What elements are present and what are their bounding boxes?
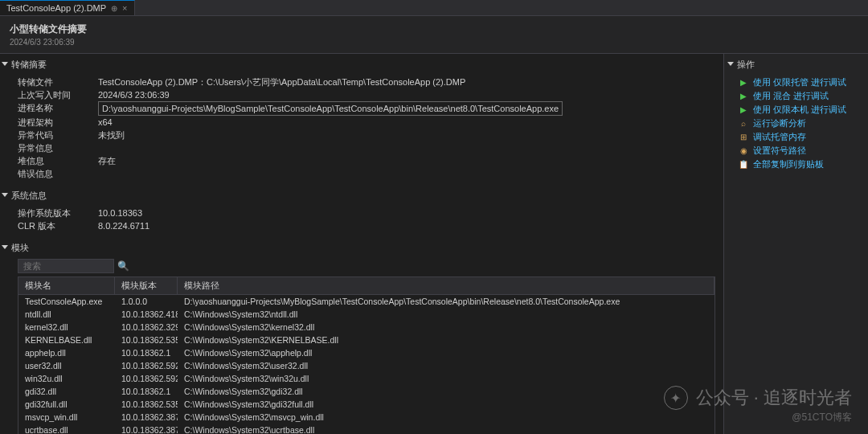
label-os-version: 操作系统版本	[18, 207, 98, 219]
dump-summary-section: 转储摘要 转储文件TestConsoleApp (2).DMP：C:\Users…	[2, 57, 722, 183]
module-row[interactable]: apphelp.dll10.0.18362.1C:\Windows\System…	[18, 346, 714, 359]
module-version: 10.0.18362.535	[115, 334, 178, 346]
module-version: 10.0.18362.1	[115, 385, 178, 398]
module-row[interactable]: win32u.dll10.0.18362.592C:\Windows\Syste…	[18, 372, 714, 385]
col-module-path[interactable]: 模块路径	[178, 277, 714, 294]
modules-table-header: 模块名 模块版本 模块路径	[18, 277, 714, 295]
module-row[interactable]: gdi32full.dll10.0.18362.535C:\Windows\Sy…	[18, 398, 714, 411]
module-path: C:\Windows\System32\KERNELBASE.dll	[178, 334, 714, 346]
action-icon: ▶	[739, 105, 748, 114]
chevron-down-icon	[2, 193, 8, 197]
module-row[interactable]: kernel32.dll10.0.18362.329C:\Windows\Sys…	[18, 321, 714, 334]
module-search-input[interactable]	[18, 259, 114, 273]
action-icon: ▶	[739, 78, 748, 87]
modules-table: 模块名 模块版本 模块路径 TestConsoleApp.exe1.0.0.0D…	[18, 276, 715, 434]
module-version: 1.0.0.0	[115, 295, 178, 308]
action-icon: ◉	[739, 146, 748, 155]
module-row[interactable]: ntdll.dll10.0.18362.418C:\Windows\System…	[18, 308, 714, 321]
module-row[interactable]: user32.dll10.0.18362.592C:\Windows\Syste…	[18, 359, 714, 372]
module-name: msvcp_win.dll	[18, 411, 115, 424]
action-icon: 📋	[739, 160, 748, 169]
module-path: C:\Windows\System32\kernel32.dll	[178, 321, 714, 334]
module-name: ntdll.dll	[18, 308, 115, 321]
module-version: 10.0.18362.329	[115, 321, 178, 334]
module-row[interactable]: KERNELBASE.dll10.0.18362.535C:\Windows\S…	[18, 334, 714, 346]
action-link[interactable]: 📋全部复制到剪贴板	[739, 158, 865, 171]
action-label: 调试托管内存	[753, 131, 806, 143]
actions-header[interactable]: 操作	[727, 57, 865, 72]
action-label: 使用 混合 进行调试	[753, 90, 829, 102]
module-name: ucrtbase.dll	[18, 424, 115, 434]
search-icon[interactable]: 🔍	[117, 260, 129, 272]
module-path: C:\Windows\System32\apphelp.dll	[178, 346, 714, 359]
value-heap: 存在	[98, 154, 116, 167]
chevron-down-icon	[2, 62, 8, 66]
system-info-section: 系统信息 操作系统版本10.0.18363 CLR 版本8.0.224.6711	[2, 188, 722, 235]
page-title: 小型转储文件摘要	[10, 23, 858, 36]
value-dump-file: TestConsoleApp (2).DMP：C:\Users\小艺同学\App…	[98, 76, 465, 88]
action-link[interactable]: ▶使用 仅限托管 进行调试	[739, 76, 865, 89]
module-row[interactable]: ucrtbase.dll10.0.18362.387C:\Windows\Sys…	[18, 424, 714, 434]
label-dump-file: 转储文件	[18, 76, 98, 88]
close-icon[interactable]: ×	[122, 3, 127, 13]
chevron-down-icon	[2, 245, 8, 249]
module-path: C:\Windows\System32\user32.dll	[178, 359, 714, 372]
value-exception-code: 未找到	[98, 129, 125, 141]
summary-header: 小型转储文件摘要 2024/6/3 23:06:39	[0, 16, 868, 54]
module-version: 10.0.18362.592	[115, 359, 178, 372]
label-error: 错误信息	[18, 167, 98, 180]
action-link[interactable]: ⊞调试托管内存	[739, 130, 865, 144]
label-clr-version: CLR 版本	[18, 219, 98, 232]
module-name: user32.dll	[18, 359, 115, 372]
value-os-version: 10.0.18363	[98, 207, 142, 219]
module-path: D:\yaoshuanggui-Projects\MyBlogSample\Te…	[178, 295, 714, 308]
dump-summary-header[interactable]: 转储摘要	[2, 57, 722, 72]
module-path: C:\Windows\System32\gdi32.dll	[178, 385, 714, 398]
action-link[interactable]: ▶使用 仅限本机 进行调试	[739, 103, 865, 117]
action-label: 设置符号路径	[753, 145, 806, 157]
value-clr-version: 8.0.224.6711	[98, 219, 149, 232]
module-version: 10.0.18362.418	[115, 308, 178, 321]
module-name: gdi32.dll	[18, 385, 115, 398]
module-version: 10.0.18362.1	[115, 346, 178, 359]
label-heap: 堆信息	[18, 154, 98, 167]
col-module-name[interactable]: 模块名	[18, 277, 115, 294]
tab-title: TestConsoleApp (2).DMP	[6, 3, 106, 13]
action-link[interactable]: ⌕运行诊断分析	[739, 117, 865, 130]
module-name: win32u.dll	[18, 372, 115, 385]
module-name: gdi32full.dll	[18, 398, 115, 411]
module-path: C:\Windows\System32\ucrtbase.dll	[178, 424, 714, 434]
module-path: C:\Windows\System32\win32u.dll	[178, 372, 714, 385]
label-exception-info: 异常信息	[18, 141, 98, 154]
module-name: TestConsoleApp.exe	[18, 295, 115, 308]
value-process-name: D:\yaoshuanggui-Projects\MyBlogSample\Te…	[98, 101, 563, 116]
module-row[interactable]: gdi32.dll10.0.18362.1C:\Windows\System32…	[18, 385, 714, 398]
module-row[interactable]: msvcp_win.dll10.0.18362.387C:\Windows\Sy…	[18, 411, 714, 424]
modules-section: 模块 🔍 模块名 模块版本 模块路径 TestConsoleApp.exe1.0…	[2, 240, 722, 434]
main-content: 转储摘要 转储文件TestConsoleApp (2).DMP：C:\Users…	[0, 54, 723, 434]
document-tab[interactable]: TestConsoleApp (2).DMP ⊕ ×	[0, 0, 135, 15]
page-datetime: 2024/6/3 23:06:39	[10, 38, 858, 47]
module-row[interactable]: TestConsoleApp.exe1.0.0.0D:\yaoshuanggui…	[18, 295, 714, 308]
action-icon: ⌕	[739, 119, 748, 128]
system-info-header[interactable]: 系统信息	[2, 188, 722, 203]
module-version: 10.0.18362.592	[115, 372, 178, 385]
module-name: apphelp.dll	[18, 346, 115, 359]
action-label: 使用 仅限本机 进行调试	[753, 104, 846, 116]
col-module-version[interactable]: 模块版本	[115, 277, 178, 294]
action-link[interactable]: ▶使用 混合 进行调试	[739, 89, 865, 103]
actions-panel: 操作 ▶使用 仅限托管 进行调试▶使用 混合 进行调试▶使用 仅限本机 进行调试…	[723, 54, 868, 434]
chevron-down-icon	[727, 62, 734, 66]
action-label: 运行诊断分析	[753, 117, 806, 129]
label-process-name: 进程名称	[18, 101, 98, 116]
action-label: 使用 仅限托管 进行调试	[753, 76, 846, 88]
module-name: kernel32.dll	[18, 321, 115, 334]
label-last-write: 上次写入时间	[18, 88, 98, 101]
pin-icon[interactable]: ⊕	[111, 4, 117, 13]
modules-header[interactable]: 模块	[2, 240, 722, 256]
module-path: C:\Windows\System32\ntdll.dll	[178, 308, 714, 321]
label-arch: 进程架构	[18, 116, 98, 129]
action-link[interactable]: ◉设置符号路径	[739, 144, 865, 158]
module-version: 10.0.18362.535	[115, 398, 178, 411]
label-exception-code: 异常代码	[18, 129, 98, 141]
